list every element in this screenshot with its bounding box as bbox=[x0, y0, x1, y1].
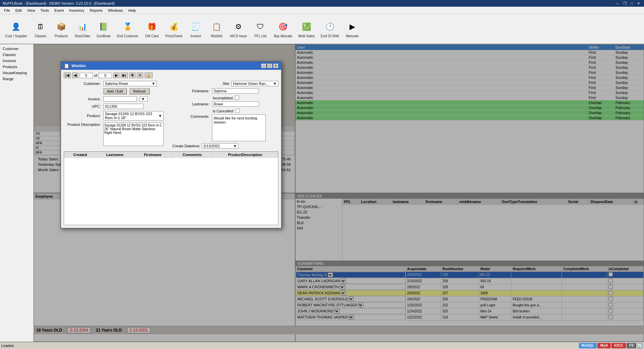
iscompleted-label: Iscompleted: bbox=[213, 96, 233, 100]
end-customer-icon: 🏅 bbox=[121, 20, 135, 34]
toolbar-end-of-shift[interactable]: 🕐 End Of Shift bbox=[318, 15, 341, 42]
toolbar-wishlist[interactable]: 📋 Wishlist bbox=[207, 15, 226, 42]
sidebar-item-products[interactable]: Products bbox=[0, 64, 33, 70]
record-total-input[interactable] bbox=[99, 73, 112, 78]
menu-inventory[interactable]: Inventory bbox=[66, 8, 87, 13]
col-firstname: Firstname bbox=[133, 152, 172, 158]
firstname-row: Firstname: bbox=[172, 88, 278, 94]
lastname-label: Lastname: bbox=[172, 102, 209, 106]
create-datetime-dropdown[interactable]: 2/13/2022 ▼ bbox=[202, 143, 238, 149]
col-lastname: Lastname bbox=[96, 152, 133, 158]
toolbar-multi-sales[interactable]: 💹 Multi Sales bbox=[296, 15, 317, 42]
firstname-label: Firstname: bbox=[172, 89, 209, 93]
site-row: Site: Hammer Down Ran... ▼ bbox=[172, 81, 278, 86]
comments-label: Comments: bbox=[172, 114, 209, 118]
menu-windows[interactable]: Windows bbox=[105, 8, 126, 13]
product-dropdown[interactable]: Savage 01269 12 BVSS 223 Rem 4+1 26" ▼ bbox=[103, 111, 164, 120]
status-f5-badge: F5 bbox=[627, 343, 636, 348]
pricecheck-icon: 💰 bbox=[167, 20, 180, 34]
nav-prev-btn[interactable]: ◀ bbox=[72, 72, 78, 78]
invoice-row: Invoice: ▼ bbox=[64, 96, 170, 102]
product-desc-textarea[interactable]: Savage 01269 12 BVSS 223 Rem 4+1 26" Nat… bbox=[103, 122, 164, 146]
toolbar-gunbook[interactable]: 📗 GunBook bbox=[94, 15, 113, 42]
create-datetime-row: Create Datetime: 2/13/2022 ▼ bbox=[172, 143, 278, 149]
product-row: Product: Savage 01269 12 BVSS 223 Rem 4+… bbox=[64, 111, 170, 120]
modal-minimize-btn[interactable]: — bbox=[261, 63, 266, 68]
cust-supplier-icon: 👤 bbox=[9, 20, 23, 34]
sidebar-item-classes[interactable]: Classes bbox=[0, 52, 33, 58]
toolbar-stocktake[interactable]: 📊 StockTake bbox=[72, 15, 93, 42]
toolbar-invoice[interactable]: 🧾 Invoice bbox=[186, 15, 206, 42]
comments-textarea[interactable]: Would like for next hunting season. bbox=[212, 114, 266, 141]
status-badge2: IOCC bbox=[611, 343, 626, 348]
sidebar-item-invoices[interactable]: Invoices bbox=[0, 58, 33, 64]
modal-overlay: 📋 Wishlist — □ ✕ |◀ ◀ bbox=[34, 44, 644, 342]
site-arrow: ▼ bbox=[273, 82, 277, 86]
menu-help[interactable]: Help bbox=[126, 8, 139, 13]
nav-separator: of bbox=[94, 73, 97, 78]
close-btn[interactable]: ✕ bbox=[636, 1, 641, 6]
product-arrow: ▼ bbox=[158, 114, 162, 118]
gunbook-icon: 📗 bbox=[97, 20, 110, 34]
nav-first-btn[interactable]: |◀ bbox=[64, 72, 71, 78]
iscancelled-checkbox[interactable] bbox=[235, 109, 240, 113]
sidebar-item-range[interactable]: Range bbox=[0, 76, 33, 82]
invoice-dropdown[interactable]: ▼ bbox=[140, 96, 148, 102]
modal-right-form: Site: Hammer Down Ran... ▼ Firstname: bbox=[172, 81, 278, 149]
minimize-btn[interactable]: — bbox=[614, 1, 621, 6]
maximize-btn[interactable]: □ bbox=[629, 1, 634, 6]
invoice-icon: 🧾 bbox=[189, 20, 203, 34]
toolbar-manuals[interactable]: ▶ Manuals bbox=[342, 15, 362, 42]
modal-maximize-btn[interactable]: □ bbox=[267, 63, 272, 68]
nav-next-btn[interactable]: ▶ bbox=[113, 72, 119, 78]
toolbar-pricecheck[interactable]: 💰 PriceCheck bbox=[163, 15, 185, 42]
toolbar-nics-issue[interactable]: ⚙ NICS Issue bbox=[228, 15, 250, 42]
toolbar-cust-supplier[interactable]: 👤 Cust / Supplier bbox=[3, 15, 30, 42]
upc-input[interactable] bbox=[103, 104, 144, 109]
toolbar-classes[interactable]: 🗓 Classes bbox=[31, 15, 50, 42]
menu-event[interactable]: Event bbox=[52, 8, 66, 13]
refresh-btn[interactable]: Refresh bbox=[129, 88, 150, 94]
menu-view[interactable]: View bbox=[24, 8, 38, 13]
toolbar-gift-card[interactable]: 🎁 Gift Card bbox=[142, 15, 162, 42]
lastname-row: Lastname: bbox=[172, 101, 278, 107]
sidebar-item-housekeeping[interactable]: HouseKeeping bbox=[0, 70, 33, 76]
restore-btn[interactable]: ❐ bbox=[622, 1, 628, 6]
menu-bar: File Edit View Tools Event Inventory Rep… bbox=[0, 7, 644, 14]
nav-add-btn[interactable]: ✚ bbox=[129, 72, 136, 78]
toolbar-ffl-list[interactable]: 🛡 FFL List bbox=[251, 15, 270, 42]
modal-close-btn[interactable]: ✕ bbox=[273, 63, 278, 68]
upc-label: UPC: bbox=[64, 104, 101, 108]
bay-allocate-icon: 🎯 bbox=[276, 20, 290, 34]
lastname-input[interactable] bbox=[212, 101, 259, 107]
toolbar-end-customer[interactable]: 🏅 End Customer bbox=[115, 15, 141, 42]
action-btns-row: Add / Edit Refresh bbox=[64, 88, 170, 94]
menu-edit[interactable]: Edit bbox=[13, 8, 24, 13]
site-dropdown[interactable]: Hammer Down Ran... ▼ bbox=[231, 81, 278, 86]
title-bar: MyFFLBook - [Dashboard] - DEMO Version: … bbox=[0, 0, 644, 7]
wishlist-modal: 📋 Wishlist — □ ✕ |◀ ◀ bbox=[60, 61, 282, 229]
results-table-area: Created Lastname Firstname Comments Prod… bbox=[64, 151, 278, 225]
sidebar-item-customer[interactable]: Customer bbox=[0, 46, 33, 52]
add-edit-btn[interactable]: Add / Edit bbox=[103, 88, 127, 94]
nav-lock-btn[interactable]: 🔒 bbox=[145, 72, 153, 78]
menu-tools[interactable]: Tools bbox=[38, 8, 52, 13]
toolbar-products[interactable]: 📦 Products bbox=[52, 15, 71, 42]
menu-reports[interactable]: Reports bbox=[87, 8, 105, 13]
toolbar-bay-allocate[interactable]: 🎯 Bay Allocate bbox=[271, 15, 294, 42]
customer-dropdown[interactable]: Sabrina Rowe ▼ bbox=[103, 81, 157, 86]
nav-delete-btn[interactable]: ✕ bbox=[137, 72, 143, 78]
refresh-icon[interactable]: 🔄 bbox=[637, 343, 643, 348]
menu-file[interactable]: File bbox=[1, 8, 13, 13]
iscompleted-checkbox[interactable] bbox=[235, 96, 239, 100]
nav-last-btn[interactable]: ▶| bbox=[121, 72, 128, 78]
site-value: Hammer Down Ran... bbox=[233, 82, 269, 86]
product-desc-row: Product Description: Savage 01269 12 BVS… bbox=[64, 122, 170, 146]
status-badges: MsSQL MyA IOCC F5 🔄 bbox=[579, 343, 643, 348]
toolbar: 👤 Cust / Supplier 🗓 Classes 📦 Products 📊… bbox=[0, 14, 644, 44]
upc-row: UPC: bbox=[64, 104, 170, 109]
record-number-input[interactable] bbox=[79, 73, 93, 78]
invoice-input[interactable] bbox=[103, 96, 137, 102]
firstname-input[interactable] bbox=[212, 88, 259, 94]
dropdown-arrow: ▼ bbox=[152, 82, 155, 86]
